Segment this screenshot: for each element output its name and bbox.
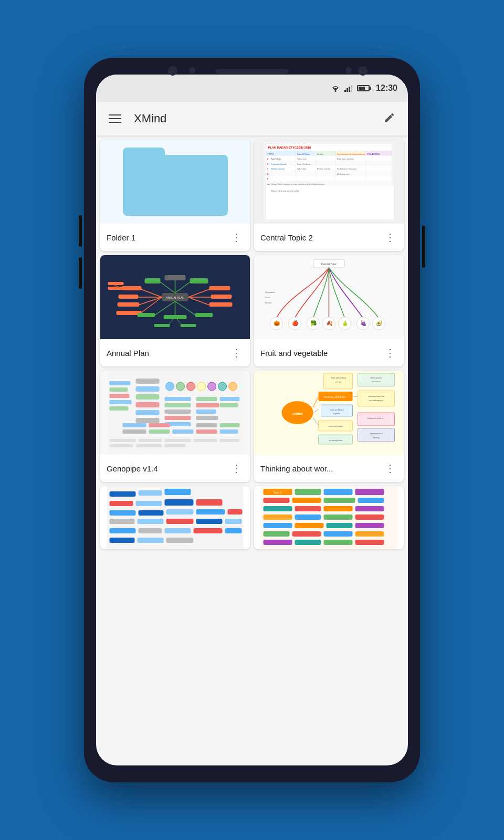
svg-rect-236 <box>264 498 290 503</box>
more-options-button[interactable]: ⋮ <box>229 461 244 476</box>
card-title: Central Topic 2 <box>260 233 313 242</box>
app-bar: XMind <box>96 102 408 135</box>
svg-text:in Prezi: in Prezi <box>335 381 342 383</box>
phone-device: 12:30 XMind <box>84 58 420 782</box>
svg-rect-153 <box>196 410 216 414</box>
partial-left-thumbnail <box>100 486 250 549</box>
svg-rect-132 <box>110 406 129 411</box>
svg-rect-167 <box>139 439 162 442</box>
svg-rect-56 <box>366 171 392 176</box>
hamburger-menu-button[interactable] <box>104 110 125 127</box>
svg-rect-156 <box>220 403 238 407</box>
status-bar: 12:30 <box>96 75 408 102</box>
svg-rect-159 <box>149 423 170 427</box>
svg-point-145 <box>229 382 237 391</box>
svg-rect-214 <box>166 509 194 514</box>
svg-rect-251 <box>355 523 384 528</box>
folder-thumbnail <box>100 140 250 224</box>
svg-rect-217 <box>110 519 135 524</box>
svg-rect-161 <box>173 429 194 434</box>
svg-rect-160 <box>149 429 170 434</box>
svg-rect-253 <box>292 531 321 537</box>
card-partial-left[interactable] <box>100 486 250 549</box>
svg-rect-106 <box>181 324 196 327</box>
svg-text:Tylko czas: Tylko czas <box>297 158 307 160</box>
svg-point-0 <box>335 90 337 92</box>
card-partial-right[interactable]: Topic A <box>254 486 404 549</box>
genopipe-thumbnail <box>100 371 250 455</box>
card-footer: Central Topic 2 ⋮ <box>254 224 404 251</box>
spreadsheet-svg: PLAN RADAR STYCZEIN 2018 TYTUŁ Data & Cz… <box>256 142 402 222</box>
svg-rect-225 <box>194 528 223 533</box>
svg-text:an entanglement: an entanglement <box>329 439 342 442</box>
svg-point-140 <box>176 382 185 391</box>
svg-rect-215 <box>196 509 225 514</box>
svg-rect-207 <box>165 489 191 495</box>
card-folder1[interactable]: Folder 1 ⋮ <box>100 140 250 251</box>
svg-rect-258 <box>324 540 353 545</box>
more-options-button[interactable]: ⋮ <box>229 345 244 360</box>
more-options-button[interactable]: ⋮ <box>383 345 397 360</box>
svg-rect-224 <box>165 528 191 533</box>
card-title: Genopipe v1.4 <box>107 464 158 473</box>
svg-rect-92 <box>209 302 233 307</box>
svg-text:Medialna nota: Medialna nota <box>337 173 350 175</box>
svg-rect-154 <box>196 416 218 420</box>
svg-rect-216 <box>228 509 243 514</box>
svg-text:C: C <box>267 168 269 170</box>
phone-screen: 12:30 XMind <box>96 75 408 765</box>
card-footer: Thinking about wor... ⋮ <box>254 455 404 482</box>
thinking-svg: Central Task with rolling in Prezi Short… <box>254 371 404 455</box>
svg-text:Central: Central <box>292 412 303 415</box>
svg-rect-28 <box>366 156 392 161</box>
svg-rect-222 <box>110 528 136 533</box>
svg-rect-250 <box>327 523 353 528</box>
more-options-button[interactable]: ⋮ <box>229 230 244 245</box>
svg-rect-226 <box>225 528 242 533</box>
svg-rect-134 <box>136 386 160 392</box>
card-thinking-about[interactable]: Central Task with rolling in Prezi Short… <box>254 371 404 482</box>
card-annual-plan[interactable]: ANNUAL PLAN <box>100 255 250 366</box>
svg-text:Fruits: Fruits <box>265 296 270 299</box>
svg-rect-76 <box>190 278 208 284</box>
svg-rect-4 <box>351 85 352 92</box>
svg-rect-1 <box>344 90 346 92</box>
volume-up-button <box>79 215 82 247</box>
svg-rect-158 <box>123 429 146 434</box>
svg-rect-152 <box>196 403 219 407</box>
partial-left-svg <box>100 486 250 549</box>
svg-text:Skoda: Skoda <box>317 153 324 155</box>
camera-dot <box>358 66 368 76</box>
svg-text:notes and context: notes and context <box>329 425 343 427</box>
card-genopipe[interactable]: Genopipe v1.4 ⋮ <box>100 371 250 482</box>
svg-rect-164 <box>220 423 240 427</box>
svg-rect-223 <box>139 528 162 533</box>
svg-rect-163 <box>196 429 217 434</box>
speaker-left <box>189 67 195 74</box>
svg-text:Tytuł tekstu: Tytuł tekstu <box>271 158 281 160</box>
svg-text:Więcej informacji poniżej tej : Więcej informacji poniżej tej linii <box>271 190 299 192</box>
signal-icon <box>344 85 353 92</box>
svg-text:are challenging to: are challenging to <box>369 400 384 402</box>
card-fruit-vegetable[interactable]: Central Topic <box>254 255 404 366</box>
svg-text:Dodatkowe informacje: Dodatkowe informacje <box>337 168 357 170</box>
svg-rect-220 <box>196 519 223 524</box>
svg-rect-212 <box>110 510 136 516</box>
battery-icon <box>357 85 370 91</box>
annual-plan-svg: ANNUAL PLAN <box>100 255 250 339</box>
svg-text:Central Topic: Central Topic <box>321 262 337 266</box>
svg-rect-234 <box>324 489 353 495</box>
svg-rect-130 <box>110 394 130 398</box>
card-central-topic[interactable]: PLAN RADAR STYCZEIN 2018 TYTUŁ Data & Cz… <box>254 140 404 251</box>
svg-rect-255 <box>355 531 384 537</box>
more-options-button[interactable]: ⋮ <box>383 230 397 245</box>
more-options-button[interactable]: ⋮ <box>383 461 397 476</box>
svg-rect-166 <box>110 439 136 442</box>
edit-button[interactable] <box>380 108 400 130</box>
svg-rect-168 <box>165 439 191 442</box>
svg-rect-228 <box>138 538 164 543</box>
svg-rect-259 <box>355 540 384 545</box>
svg-text:together: together <box>333 413 341 415</box>
svg-rect-147 <box>165 403 191 407</box>
card-title: Fruit and vegetable <box>260 349 328 358</box>
